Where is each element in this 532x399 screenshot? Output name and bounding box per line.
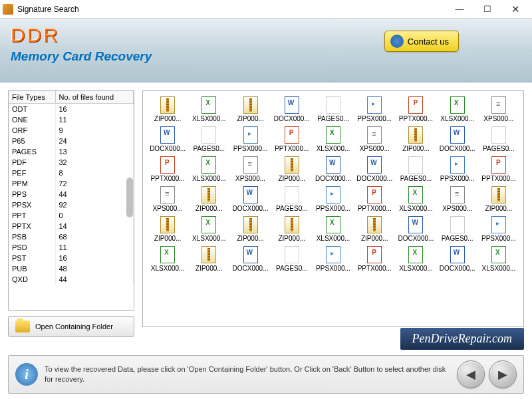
file-item[interactable]: ZIP000... (479, 186, 518, 212)
file-item[interactable]: ZIP000... (231, 96, 269, 122)
file-item[interactable]: PPTX000... (148, 156, 187, 182)
file-item[interactable]: DOCX000... (438, 126, 477, 152)
pptx-file-icon (367, 186, 382, 203)
table-row[interactable]: PSD11 (9, 242, 134, 253)
file-item[interactable]: ZIP000... (231, 216, 269, 242)
file-label: PPSX000... (440, 175, 475, 182)
file-item[interactable]: XLSX000... (148, 246, 187, 272)
file-label: ZIP000... (485, 205, 513, 212)
file-item[interactable]: ZIP000... (148, 216, 187, 242)
file-item[interactable]: PAGES0... (273, 186, 311, 212)
file-item[interactable]: XLSX000... (396, 246, 435, 272)
file-item[interactable]: ZIP000... (396, 126, 435, 152)
file-item[interactable]: ZIP000... (273, 156, 311, 182)
file-item[interactable]: DOCX000... (273, 96, 311, 122)
file-label: ZIP000... (237, 115, 264, 122)
zip-file-icon (285, 156, 299, 174)
contact-us-button[interactable]: Contact us (384, 31, 459, 52)
table-row[interactable]: PPM72 (9, 178, 134, 189)
file-label: XPS000... (153, 205, 183, 212)
scrollbar-thumb[interactable] (126, 178, 133, 217)
maximize-button[interactable]: ☐ (473, 1, 501, 17)
table-row[interactable]: ORF9 (9, 125, 134, 136)
file-item[interactable]: PAGES0... (314, 96, 352, 122)
file-item[interactable]: PAGES0... (438, 216, 477, 242)
file-item[interactable]: XPS000... (438, 186, 477, 212)
file-item[interactable]: ZIP000... (273, 216, 311, 242)
table-row[interactable]: ONE11 (9, 114, 134, 125)
table-row[interactable]: PEF8 (9, 168, 134, 178)
table-row[interactable]: PST16 (9, 253, 134, 263)
minimize-button[interactable]: — (446, 1, 473, 17)
table-row[interactable]: PPSX92 (9, 200, 134, 210)
file-item[interactable]: DOCX000... (355, 156, 394, 182)
file-item[interactable]: XLSX000... (479, 246, 518, 272)
file-item[interactable]: DOCX000... (438, 246, 477, 272)
file-label: PPSX000... (316, 205, 350, 212)
file-item[interactable]: PAGES0... (190, 126, 228, 152)
table-row[interactable]: PPT0 (9, 210, 134, 221)
file-label: ZIP000... (237, 235, 264, 242)
file-item[interactable]: XPS000... (479, 96, 518, 122)
file-item[interactable]: XLSX000... (190, 96, 228, 122)
file-item[interactable]: XLSX000... (438, 96, 477, 122)
file-item[interactable]: XPS000... (231, 156, 269, 182)
file-label: PPTX000... (358, 205, 392, 212)
docx-file-icon (450, 246, 465, 263)
file-item[interactable]: XPS000... (355, 126, 394, 152)
file-item[interactable]: XLSX000... (314, 216, 352, 242)
table-row[interactable]: PAGES13 (9, 146, 134, 157)
table-row[interactable]: ODT16 (9, 104, 134, 114)
file-item[interactable]: PPSX000... (438, 156, 477, 182)
col-files-found[interactable]: No. of files found (55, 91, 134, 104)
file-label: ZIP000... (196, 265, 223, 272)
table-row[interactable]: PPTX14 (9, 221, 134, 231)
open-containing-folder-button[interactable]: Open Containing Folder (8, 316, 134, 337)
file-item[interactable]: PPTX000... (396, 96, 435, 122)
file-item[interactable]: PPTX000... (355, 186, 394, 212)
file-item[interactable]: XLSX000... (396, 186, 435, 212)
file-label: PPSX000... (233, 145, 268, 152)
pages-file-icon (285, 246, 299, 263)
table-row[interactable]: PPS44 (9, 189, 134, 200)
file-item[interactable]: PPTX000... (479, 156, 518, 182)
file-item[interactable]: XPS000... (148, 186, 187, 212)
file-label: PPSX000... (481, 235, 516, 242)
file-item[interactable]: PAGES0... (479, 126, 518, 152)
file-item[interactable]: ZIP000... (148, 96, 187, 122)
file-item[interactable]: DOCX000... (231, 246, 269, 272)
next-button[interactable]: ▶ (489, 360, 517, 388)
table-row[interactable]: P6524 (9, 136, 134, 146)
file-item[interactable]: DOCX000... (396, 216, 435, 242)
table-row[interactable]: PSB68 (9, 231, 134, 242)
file-item[interactable]: PAGES0... (273, 246, 311, 272)
table-row[interactable]: PUB48 (9, 263, 134, 274)
file-item[interactable]: DOCX000... (148, 126, 187, 152)
file-item[interactable]: PPSX000... (314, 246, 352, 272)
file-item[interactable]: PPSX000... (231, 126, 269, 152)
file-item[interactable]: ZIP000... (355, 216, 394, 242)
file-item[interactable]: DOCX000... (231, 186, 269, 212)
file-item[interactable]: PPTX000... (355, 246, 394, 272)
file-item[interactable]: PPSX000... (479, 216, 518, 242)
file-label: PPSX000... (316, 265, 350, 272)
xps-file-icon (243, 156, 258, 174)
file-item[interactable]: PPSX000... (314, 186, 352, 212)
file-item[interactable]: PPTX000... (273, 126, 311, 152)
col-file-types[interactable]: File Types (9, 91, 55, 104)
table-row[interactable]: PDF32 (9, 157, 134, 168)
file-label: DOCX000... (233, 265, 269, 272)
file-item[interactable]: XLSX000... (190, 156, 228, 182)
file-item[interactable]: ZIP000... (190, 186, 228, 212)
file-item[interactable]: ZIP000... (190, 246, 228, 272)
back-button[interactable]: ◀ (457, 360, 485, 388)
file-label: DOCX000... (356, 175, 392, 182)
file-item[interactable]: PPSX000... (355, 96, 394, 122)
file-item[interactable]: PAGES0... (396, 156, 435, 182)
file-item[interactable]: XLSX000... (190, 216, 228, 242)
file-item[interactable]: XLSX000... (314, 126, 352, 152)
close-button[interactable]: ✕ (501, 1, 529, 17)
file-label: PPTX000... (481, 175, 515, 182)
table-row[interactable]: QXD44 (9, 274, 134, 285)
file-item[interactable]: DOCX000... (314, 156, 352, 182)
